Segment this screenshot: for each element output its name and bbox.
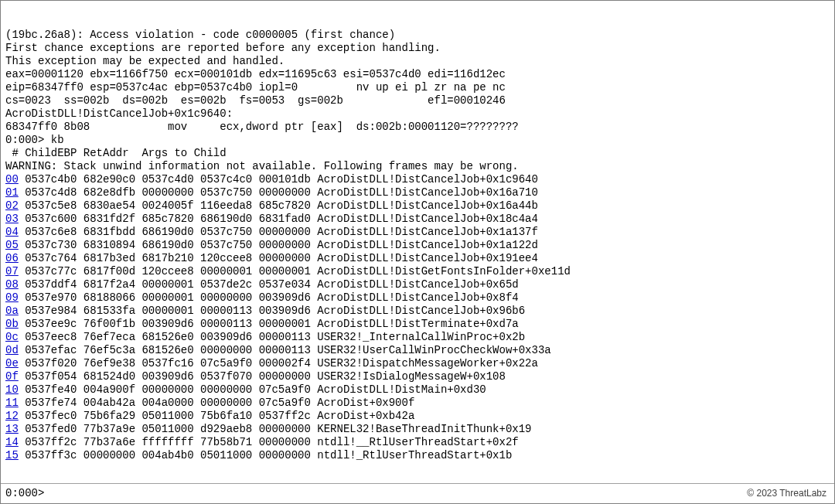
frame-detail: 0537fec0 75b6fa29 05011000 75b6fa10 0537… — [19, 410, 414, 422]
output-line: eax=00001120 ebx=1166f750 ecx=000101db e… — [5, 68, 830, 81]
stack-frame-row: 08 0537ddf4 6817f2a4 00000001 0537de2c 0… — [5, 278, 830, 291]
output-pane[interactable]: (19bc.26a8): Access violation - code c00… — [1, 1, 834, 483]
frame-detail: 0537f054 681524d0 003909d6 0537f070 0000… — [19, 370, 506, 383]
command-bar: 0:000> © 2023 ThreatLabz — [1, 483, 834, 503]
output-line: AcroDistDLL!DistCancelJob+0x1c9640: — [5, 107, 830, 121]
stack-frame-row: 10 0537fe40 004a900f 00000000 00000000 0… — [5, 383, 830, 397]
stack-frame-row: 02 0537c5e8 6830ae54 0024005f 116eeda8 6… — [5, 199, 830, 213]
frame-detail: 0537ff3c 00000000 004ab4b0 05011000 0000… — [19, 449, 513, 461]
stack-frame-row: 00 0537c4b0 682e90c0 0537c4d0 0537c4c0 0… — [5, 173, 830, 186]
frame-index-link[interactable]: 05 — [5, 239, 19, 251]
frame-index-link[interactable]: 11 — [5, 397, 19, 409]
stack-frame-row: 0e 0537f020 76ef9e38 0537fc16 07c5a9f0 0… — [5, 357, 830, 370]
frame-index-link[interactable]: 10 — [5, 383, 19, 396]
frame-detail: 0537ff2c 77b37a6e ffffffff 77b58b71 0000… — [19, 436, 519, 448]
stack-frame-row: 0f 0537f054 681524d0 003909d6 0537f070 0… — [5, 370, 830, 383]
stack-frame-row: 03 0537c600 6831fd2f 685c7820 686190d0 6… — [5, 213, 830, 226]
frame-index-link[interactable]: 01 — [5, 186, 19, 199]
stack-frame-row: 0c 0537eec8 76ef7eca 681526e0 003909d6 0… — [5, 331, 830, 344]
stack-frame-row: 07 0537c77c 6817f00d 120ccee8 00000001 0… — [5, 265, 830, 278]
frame-index-link[interactable]: 13 — [5, 423, 19, 435]
frame-detail: 0537fed0 77b37a9e 05011000 d929aeb8 0000… — [19, 423, 532, 435]
stack-frame-row: 11 0537fe74 004ab42a 004a0000 00000000 0… — [5, 397, 830, 410]
output-content: (19bc.26a8): Access violation - code c00… — [5, 29, 830, 462]
stack-frame-row: 12 0537fec0 75b6fa29 05011000 75b6fa10 0… — [5, 410, 830, 423]
frame-detail: 0537ddf4 6817f2a4 00000001 0537de2c 0537… — [19, 278, 519, 291]
frame-index-link[interactable]: 09 — [5, 291, 19, 304]
output-line: This exception may be expected and handl… — [5, 55, 830, 68]
frame-detail: 0537fe40 004a900f 00000000 00000000 07c5… — [19, 383, 486, 396]
frame-index-link[interactable]: 08 — [5, 278, 19, 291]
stack-frame-row: 09 0537e970 68188066 00000001 00000000 0… — [5, 291, 830, 305]
frame-detail: 0537c77c 6817f00d 120ccee8 00000001 0000… — [19, 265, 571, 278]
frame-detail: 0537efac 76ef5c3a 681526e0 00000000 0000… — [19, 344, 551, 356]
frame-index-link[interactable]: 02 — [5, 199, 19, 212]
output-line: cs=0023 ss=002b ds=002b es=002b fs=0053 … — [5, 94, 830, 107]
stack-frame-row: 15 0537ff3c 00000000 004ab4b0 05011000 0… — [5, 449, 830, 462]
frame-index-link[interactable]: 0b — [5, 318, 19, 330]
frame-index-link[interactable]: 00 — [5, 173, 19, 186]
frame-detail: 0537e970 68188066 00000001 00000000 0039… — [19, 291, 519, 304]
stack-frame-row: 05 0537c730 68310894 686190d0 0537c750 0… — [5, 239, 830, 252]
output-line: 68347ff0 8b08 mov ecx,dword ptr [eax] ds… — [5, 121, 830, 134]
frame-index-link[interactable]: 14 — [5, 436, 19, 448]
frame-detail: 0537eec8 76ef7eca 681526e0 003909d6 0000… — [19, 331, 525, 343]
frame-detail: 0537c730 68310894 686190d0 0537c750 0000… — [19, 239, 538, 251]
stack-frame-row: 06 0537c764 6817b3ed 6817b210 120ccee8 0… — [5, 252, 830, 265]
stack-frame-row: 0d 0537efac 76ef5c3a 681526e0 00000000 0… — [5, 344, 830, 357]
stack-frame-row: 0b 0537ee9c 76f00f1b 003909d6 00000113 0… — [5, 318, 830, 331]
frame-index-link[interactable]: 0c — [5, 331, 19, 343]
frame-detail: 0537f020 76ef9e38 0537fc16 07c5a9f0 0000… — [19, 357, 538, 369]
frame-index-link[interactable]: 07 — [5, 265, 19, 278]
frame-index-link[interactable]: 06 — [5, 252, 19, 264]
frame-index-link[interactable]: 15 — [5, 449, 19, 461]
frame-index-link[interactable]: 0a — [5, 305, 19, 317]
debugger-window: (19bc.26a8): Access violation - code c00… — [0, 0, 835, 504]
frame-detail: 0537c6e8 6831fbdd 686190d0 0537c750 0000… — [19, 226, 538, 238]
frame-index-link[interactable]: 12 — [5, 410, 19, 422]
command-input[interactable] — [51, 488, 830, 500]
frame-index-link[interactable]: 04 — [5, 226, 19, 238]
frame-index-link[interactable]: 0d — [5, 344, 19, 356]
frame-detail: 0537c600 6831fd2f 685c7820 686190d0 6831… — [19, 213, 538, 225]
stack-frame-row: 01 0537c4d8 682e8dfb 00000000 0537c750 0… — [5, 186, 830, 199]
frame-index-link[interactable]: 0e — [5, 357, 19, 369]
frame-detail: 0537c4b0 682e90c0 0537c4d0 0537c4c0 0001… — [19, 173, 538, 186]
output-line: (19bc.26a8): Access violation - code c00… — [5, 29, 830, 42]
stack-frame-row: 0a 0537e984 681533fa 00000001 00000113 0… — [5, 305, 830, 318]
output-line: # ChildEBP RetAddr Args to Child — [5, 147, 830, 160]
frame-detail: 0537ee9c 76f00f1b 003909d6 00000113 0000… — [19, 318, 519, 330]
frame-index-link[interactable]: 0f — [5, 370, 19, 383]
output-line: WARNING: Stack unwind information not av… — [5, 160, 830, 173]
output-line: eip=68347ff0 esp=0537c4ac ebp=0537c4b0 i… — [5, 81, 830, 94]
frame-detail: 0537c764 6817b3ed 6817b210 120ccee8 0000… — [19, 252, 538, 264]
frame-index-link[interactable]: 03 — [5, 213, 19, 225]
frame-detail: 0537c5e8 6830ae54 0024005f 116eeda8 685c… — [19, 199, 538, 212]
frame-detail: 0537e984 681533fa 00000001 00000113 0039… — [19, 305, 525, 317]
output-line: First chance exceptions are reported bef… — [5, 42, 830, 55]
stack-frame-row: 13 0537fed0 77b37a9e 05011000 d929aeb8 0… — [5, 423, 830, 436]
command-prompt: 0:000> — [5, 487, 51, 500]
stack-frame-row: 04 0537c6e8 6831fbdd 686190d0 0537c750 0… — [5, 226, 830, 239]
frame-detail: 0537fe74 004ab42a 004a0000 00000000 07c5… — [19, 397, 414, 409]
frame-detail: 0537c4d8 682e8dfb 00000000 0537c750 0000… — [19, 186, 538, 199]
stack-frame-row: 14 0537ff2c 77b37a6e ffffffff 77b58b71 0… — [5, 436, 830, 449]
output-line: 0:000> kb — [5, 134, 830, 147]
